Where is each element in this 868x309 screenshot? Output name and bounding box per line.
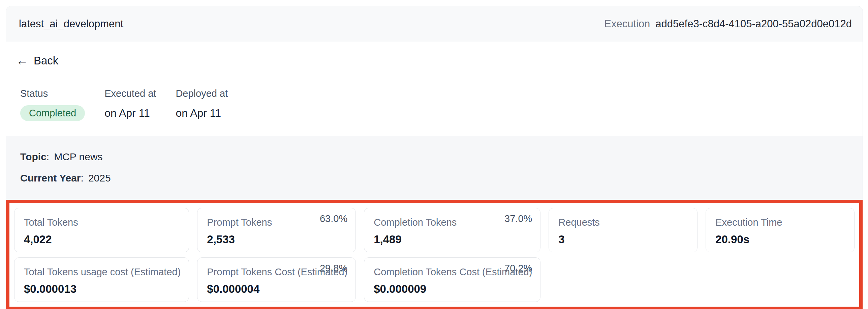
- status-column: Status Completed: [20, 88, 85, 121]
- metric-label: Total Tokens: [24, 217, 181, 228]
- metric-card-prompt-tokens: Prompt Tokens 2,533 63.0%: [197, 208, 356, 252]
- metric-card-completion-cost: Completion Tokens Cost (Estimated) $0.00…: [364, 257, 540, 302]
- topic-label: Topic: [20, 151, 46, 162]
- page-title: latest_ai_development: [19, 18, 123, 30]
- metric-value: $0.000009: [374, 283, 532, 296]
- metric-value: $0.000004: [207, 283, 347, 296]
- status-badge: Completed: [20, 105, 85, 121]
- metric-value: 4,022: [24, 233, 181, 246]
- executed-at-column: Executed at on Apr 11: [104, 88, 156, 121]
- inputs-section: Topic:MCP news Current Year:2025: [6, 136, 863, 200]
- metric-percentage: 29.8%: [320, 263, 347, 274]
- topic-separator: :: [46, 151, 49, 162]
- metric-value: 3: [558, 233, 689, 246]
- metric-label: Requests: [558, 217, 689, 228]
- execution-label: Execution: [604, 18, 650, 30]
- metric-value: $0.000013: [24, 283, 181, 296]
- back-label: Back: [34, 54, 58, 67]
- execution-id-group: Execution add5efe3-c8d4-4105-a200-55a02d…: [604, 18, 852, 30]
- metric-value: 2,533: [207, 233, 347, 246]
- deployed-at-column: Deployed at on Apr 11: [176, 88, 228, 121]
- topic-value: MCP news: [54, 151, 103, 162]
- deployed-at-value: on Apr 11: [176, 105, 228, 121]
- metric-label: Total Tokens usage cost (Estimated): [24, 266, 181, 278]
- current-year-label: Current Year: [20, 172, 81, 184]
- metric-card-execution-time: Execution Time 20.90s: [706, 208, 855, 252]
- card-header: latest_ai_development Execution add5efe3…: [6, 6, 863, 42]
- back-row: ← Back: [6, 42, 863, 67]
- metric-card-prompt-cost: Prompt Tokens Cost (Estimated) $0.000004…: [197, 257, 356, 302]
- metric-card-total-tokens: Total Tokens 4,022: [14, 208, 189, 252]
- metric-card-total-cost: Total Tokens usage cost (Estimated) $0.0…: [14, 257, 189, 302]
- year-separator: :: [81, 172, 84, 184]
- metric-percentage: 37.0%: [504, 213, 532, 224]
- metric-card-requests: Requests 3: [549, 208, 698, 252]
- back-arrow-icon: ←: [16, 55, 28, 67]
- metrics-grid: Total Tokens 4,022 Prompt Tokens 2,533 6…: [14, 208, 855, 302]
- status-row: Status Completed Executed at on Apr 11 D…: [6, 67, 863, 121]
- current-year-value: 2025: [88, 172, 111, 184]
- metric-percentage: 63.0%: [320, 213, 347, 224]
- current-year-line: Current Year:2025: [20, 172, 848, 184]
- metrics-highlight-region: Total Tokens 4,022 Prompt Tokens 2,533 6…: [6, 200, 863, 309]
- execution-detail-card: latest_ai_development Execution add5efe3…: [6, 6, 863, 309]
- metric-label: Execution Time: [715, 217, 846, 228]
- status-label: Status: [20, 88, 85, 99]
- metric-percentage: 70.2%: [504, 263, 532, 274]
- topic-line: Topic:MCP news: [20, 151, 848, 163]
- deployed-at-label: Deployed at: [176, 88, 228, 99]
- executed-at-label: Executed at: [104, 88, 156, 99]
- metric-value: 1,489: [374, 233, 532, 246]
- metric-card-completion-tokens: Completion Tokens 1,489 37.0%: [364, 208, 540, 252]
- back-button[interactable]: ← Back: [16, 54, 58, 67]
- execution-id: add5efe3-c8d4-4105-a200-55a02d0e012d: [655, 18, 852, 30]
- executed-at-value: on Apr 11: [104, 105, 156, 121]
- metric-value: 20.90s: [715, 233, 846, 246]
